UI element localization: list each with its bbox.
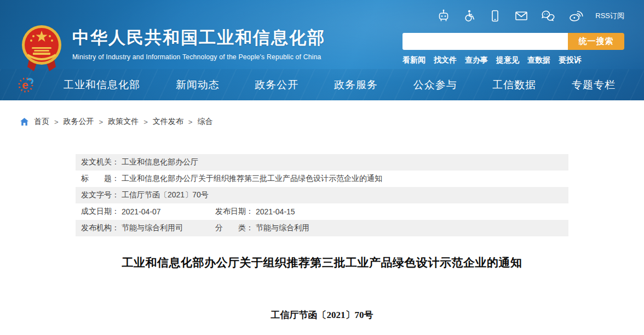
nav-item-data[interactable]: 工信数据 (492, 78, 536, 92)
breadcrumb-gov-open[interactable]: 政务公开 (64, 117, 94, 127)
quick-link-files[interactable]: 找文件 (434, 55, 457, 65)
brand: 中华人民共和国工业和信息化部 Ministry of Industry and … (20, 23, 325, 73)
site-title-en: Ministry of Industry and Information Tec… (72, 53, 325, 61)
meta-value: 2021-04-15 (256, 207, 295, 216)
unified-search-button[interactable]: 统一搜索 (568, 33, 624, 50)
mobile-icon[interactable] (488, 9, 502, 23)
breadcrumb: 首页 > 政务公开 > 政策文件 > 文件发布 > 综合 (20, 117, 644, 127)
search-area: 统一搜索 看新闻 找文件 查办事 提意见 查数据 要投诉 (403, 33, 624, 65)
meta-label: 发布日期： (215, 207, 254, 217)
meta-row-doc-number: 发文字号： 工信厅节函〔2021〕70号 (76, 187, 568, 203)
meta-row-publisher: 发布机构： 节能与综合利用司 分 类： 节能与综合利用 (76, 220, 568, 236)
meta-row-issuing-agency: 发文机关： 工业和信息化部办公厅 (76, 154, 568, 171)
meta-row-title: 标 题： 工业和信息化部办公厅关于组织推荐第三批工业产品绿色设计示范企业的通知 (76, 171, 568, 187)
quick-link-services[interactable]: 查办事 (465, 55, 488, 65)
accessibility-icon[interactable] (462, 9, 476, 23)
meta-value: 工业和信息化部办公厅关于组织推荐第三批工业产品绿色设计示范企业的通知 (122, 174, 382, 184)
breadcrumb-policy[interactable]: 政策文件 (108, 117, 139, 127)
quick-link-complaint[interactable]: 要投诉 (559, 55, 582, 65)
meta-value: 工信厅节函〔2021〕70号 (122, 190, 209, 200)
nav-item-miit[interactable]: 工业和信息化部 (64, 78, 140, 92)
wechat-icon[interactable] (540, 9, 556, 23)
rss-link[interactable]: RSS订阅 (595, 11, 624, 21)
home-icon[interactable] (20, 117, 29, 126)
breadcrumb-separator: > (54, 118, 59, 126)
meta-label: 成文日期： (81, 207, 119, 217)
nav-e-logo-icon: e (15, 75, 36, 95)
quick-link-data[interactable]: 查数据 (527, 55, 550, 65)
nav-item-topics[interactable]: 专题专栏 (572, 78, 616, 92)
utility-bar: RSS订阅 (436, 9, 624, 23)
breadcrumb-separator: > (188, 118, 193, 126)
site-title-cn: 中华人民共和国工业和信息化部 (72, 26, 325, 49)
meta-value: 节能与综合利用司 (122, 223, 183, 233)
brand-text: 中华人民共和国工业和信息化部 Ministry of Industry and … (72, 23, 325, 61)
search-input[interactable] (403, 33, 568, 50)
meta-label: 发布机构： (81, 223, 119, 233)
site-header: RSS订阅 中华人民共和国工业和信息化部 Ministry of Industr… (0, 0, 644, 100)
meta-value: 节能与综合利用 (256, 223, 309, 233)
meta-value: 工业和信息化部办公厅 (122, 157, 198, 167)
nav-item-public[interactable]: 公众参与 (413, 78, 457, 92)
quick-link-opinions[interactable]: 提意见 (496, 55, 519, 65)
nav-item-gov-service[interactable]: 政务服务 (334, 78, 378, 92)
meta-value: 2021-04-07 (122, 207, 161, 216)
meta-row-dates: 成文日期： 2021-04-07 发布日期： 2021-04-15 (76, 203, 568, 220)
quick-link-news[interactable]: 看新闻 (403, 55, 426, 65)
breadcrumb-release[interactable]: 文件发布 (153, 117, 183, 127)
nav-item-gov-open[interactable]: 政务公开 (255, 78, 298, 92)
weibo-icon[interactable] (567, 9, 584, 23)
robot-icon[interactable] (436, 9, 451, 23)
meta-label: 标 题： (81, 174, 119, 184)
nav-item-news[interactable]: 新闻动态 (176, 78, 220, 92)
mail-icon[interactable] (514, 9, 529, 23)
quick-links: 看新闻 找文件 查办事 提意见 查数据 要投诉 (403, 55, 624, 65)
breadcrumb-separator: > (99, 118, 104, 126)
breadcrumb-home[interactable]: 首页 (34, 117, 49, 127)
doc-meta-table: 发文机关： 工业和信息化部办公厅 标 题： 工业和信息化部办公厅关于组织推荐第三… (76, 154, 568, 236)
meta-label: 分 类： (215, 223, 254, 233)
article-title: 工业和信息化部办公厅关于组织推荐第三批工业产品绿色设计示范企业的通知 (37, 255, 607, 270)
national-emblem-logo (20, 23, 64, 73)
svg-text:e: e (22, 78, 28, 91)
main-nav: e 工业和信息化部 新闻动态 政务公开 政务服务 公众参与 工信数据 专题专栏 (0, 69, 644, 100)
meta-label: 发文字号： (81, 190, 119, 200)
meta-label: 发文机关： (81, 157, 119, 167)
nav-items: 工业和信息化部 新闻动态 政务公开 政务服务 公众参与 工信数据 专题专栏 (64, 78, 616, 92)
breadcrumb-general[interactable]: 综合 (197, 117, 212, 127)
breadcrumb-separator: > (143, 118, 148, 126)
article-doc-number: 工信厅节函〔2021〕70号 (0, 309, 644, 321)
